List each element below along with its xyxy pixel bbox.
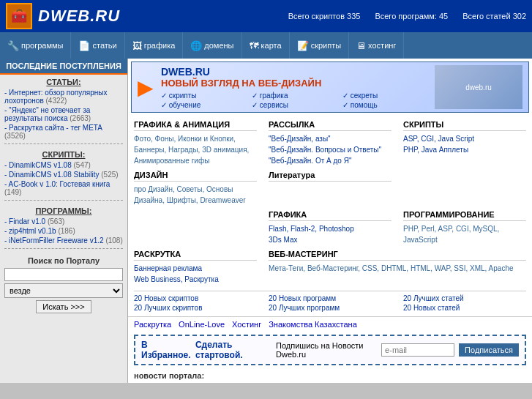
bottom-link-4[interactable]: Знакомства Казахстана [269, 320, 357, 329]
nav-bar: 🔧 программы 📄 статьи 🖼 графика 🌐 домены … [0, 32, 532, 59]
nav-domains[interactable]: 🌐 домены [183, 32, 241, 59]
section-webmaster: ВЕБ-МАСТЕРИНГ Мета-Теги, Веб-Мастеринг, … [269, 250, 526, 285]
seo-link-2[interactable]: Web Business, Раскрутка [134, 274, 257, 285]
banner-link-4: ✓ обучение [161, 101, 246, 109]
sidebar-section-scripts: СКРИПТЫ: [0, 147, 127, 160]
quick-links: 20 Новых скриптов 20 Новых программ 20 Л… [134, 291, 526, 312]
email-input[interactable] [381, 343, 454, 357]
sidebar-link-prog-1[interactable]: - Findar v1.0 (563) [0, 217, 127, 226]
top-header: 🧰 DWEB.RU Всего скриптов 335 Всего прогр… [0, 0, 532, 32]
divider-1 [4, 143, 123, 144]
section-empty-1 [403, 171, 526, 206]
portal-news-label: новости портала: [128, 368, 532, 383]
startpage-link[interactable]: Сделать стартовой. [195, 340, 276, 360]
sidebar-title: ПОСЛЕДНИЕ ПОСТУПЛЕНИЯ [0, 59, 127, 75]
map-icon: 🗺 [250, 40, 259, 51]
nav-scripts[interactable]: 📝 скрипты [290, 32, 349, 59]
quicklink-new-scripts[interactable]: 20 Новых скриптов [134, 294, 257, 302]
quicklink-best-programs[interactable]: 20 Лучших программ [269, 304, 391, 312]
content-body: ГРАФИКА & АНИМАЦИЯ Фото, Фоны, Иконки и … [128, 116, 532, 316]
banner-link-1: ✓ скрипты [161, 92, 246, 100]
articles-icon: 📄 [78, 40, 90, 51]
search-area: Поиск по Порталу везде скрипты статьи пр… [0, 252, 127, 318]
section-programming: ПРОГРАММИРОВАНИЕ PHP, Perl, ASP, CGI, My… [403, 210, 526, 245]
quicklink-best-scripts[interactable]: 20 Лучших скриптов [134, 304, 257, 312]
graphics-link-1[interactable]: Flash, Flash-2, Photoshop [269, 223, 391, 234]
domains-icon: 🌐 [190, 40, 202, 51]
sections-grid: ГРАФИКА & АНИМАЦИЯ Фото, Фоны, Иконки и … [134, 120, 526, 285]
section-graphics: ГРАФИКА Flash, Flash-2, Photoshop 3Ds Ma… [269, 210, 391, 245]
hosting-icon: 🖥 [356, 40, 366, 51]
banner-logo: DWEB.RU [161, 66, 427, 78]
section-seo: РАСКРУТКА Баннерная реклама Web Business… [134, 250, 257, 285]
nav-map[interactable]: 🗺 карта [242, 32, 290, 59]
quicklink-best-articles[interactable]: 20 Лучших статей [403, 294, 526, 302]
sidebar-link-script-3[interactable]: - AC-Book v 1.0: Гостевая книга (149) [0, 179, 127, 197]
scripts-icon: 📝 [297, 40, 309, 51]
sidebar-link-prog-2[interactable]: - zip4html v0.1b (186) [0, 226, 127, 236]
banner-link-2: ✓ графика [252, 92, 337, 100]
subscribe-label: Подпишись на Новости Dweb.ru [276, 341, 377, 359]
divider-3 [4, 248, 123, 249]
search-input[interactable] [4, 268, 123, 281]
sidebar-section-articles: СТАТЬИ: [0, 75, 127, 88]
stat-articles: Всего статей 302 [462, 12, 526, 20]
main-container: ПОСЛЕДНИЕ ПОСТУПЛЕНИЯ СТАТЬИ: - Интернет… [0, 59, 532, 383]
sidebar-link-article-2[interactable]: - "Яндекс" не отвечает за результаты пои… [0, 105, 127, 123]
banner-link-5: ✓ сервисы [252, 101, 337, 109]
action-bar: В Избранное. Сделать стартовой. Подпишис… [134, 335, 526, 365]
subscribe-area: Подпишись на Новости Dweb.ru Подписаться [276, 341, 519, 359]
stat-scripts: Всего скриптов 335 [288, 12, 361, 20]
quicklink-new-programs[interactable]: 20 Новых программ [269, 294, 391, 302]
nav-articles[interactable]: 📄 статьи [71, 32, 124, 59]
sidebar: ПОСЛЕДНИЕ ПОСТУПЛЕНИЯ СТАТЬИ: - Интернет… [0, 59, 128, 383]
search-button[interactable]: Искать >>> [36, 300, 91, 313]
sidebar-section-programs: ПРОГРАММЫ: [0, 204, 127, 217]
mailing-link-2[interactable]: "Веб-Дизайн. Вопросы и Ответы" [269, 144, 391, 155]
section-design: ДИЗАЙН про Дизайн, Советы, Основы Дизайн… [134, 171, 257, 206]
graphics-icon: 🖼 [132, 40, 142, 51]
section-scripts: СКРИПТЫ ASP, CGI, Java Script PHP, Java … [403, 120, 526, 166]
section-mailing: РАССЫЛКА "Веб-Дизайн, азы" "Веб-Дизайн. … [269, 120, 391, 166]
subscribe-button[interactable]: Подписаться [459, 343, 519, 357]
divider-2 [4, 200, 123, 201]
nav-programs[interactable]: 🔧 программы [0, 32, 71, 59]
programs-icon: 🔧 [7, 40, 19, 51]
bottom-links-bar: Раскрутка OnLine-Love Хостинг Знакомства… [128, 316, 532, 332]
search-select[interactable]: везде скрипты статьи программы графика [4, 283, 123, 298]
sidebar-link-script-1[interactable]: - DinamikCMS v1.08 (547) [0, 160, 127, 170]
sidebar-link-script-2[interactable]: - DinamikCMS v1.08 Stability (525) [0, 170, 127, 179]
scripts-link-2[interactable]: PHP, Java Апплеты [403, 144, 526, 155]
favorite-link[interactable]: В Избранное. [141, 340, 195, 360]
mailing-link-3[interactable]: "Веб-Дизайн. От А до Я" [269, 155, 391, 166]
banner-arrow-icon: ▶ [138, 75, 154, 100]
banner-link-3: ✓ секреты [342, 92, 427, 100]
mailing-link-1[interactable]: "Веб-Дизайн, азы" [269, 133, 391, 144]
banner-tagline: НОВЫЙ ВЗГЛЯД НА ВЕБ-ДИЗАЙН [161, 78, 427, 89]
section-literature: Литература [269, 171, 391, 206]
logo-text: DWEB.RU [38, 7, 120, 26]
bottom-link-2[interactable]: OnLine-Love [179, 320, 225, 329]
stat-programs: Всего программ: 45 [375, 12, 448, 20]
header-stats: Всего скриптов 335 Всего программ: 45 Вс… [288, 12, 526, 20]
banner-center: DWEB.RU НОВЫЙ ВЗГЛЯД НА ВЕБ-ДИЗАЙН ✓ скр… [154, 66, 435, 109]
seo-link-1[interactable]: Баннерная реклама [134, 263, 257, 274]
nav-graphics[interactable]: 🖼 графика [125, 32, 184, 59]
quicklink-new-articles[interactable]: 20 Новых статей [403, 304, 526, 312]
logo-icon: 🧰 [6, 3, 32, 29]
banner-link-6: ✓ помощь [342, 101, 427, 109]
nav-hosting[interactable]: 🖥 хостинг [349, 32, 404, 59]
sidebar-link-prog-3[interactable]: - iNetFormFiller Freeware v1.2 (108) [0, 236, 127, 245]
banner-image-placeholder: dweb.ru [435, 65, 522, 109]
content-area: ▶ DWEB.RU НОВЫЙ ВЗГЛЯД НА ВЕБ-ДИЗАЙН ✓ с… [128, 59, 532, 383]
section-empty-2 [134, 210, 257, 245]
bottom-link-3[interactable]: Хостинг [232, 320, 261, 329]
scripts-link-1[interactable]: ASP, CGI, Java Script [403, 133, 526, 144]
sidebar-link-article-1[interactable]: - Интернет: обзор популярных лохотронов … [0, 88, 127, 105]
logo-area: 🧰 DWEB.RU [6, 3, 120, 29]
banner-area: ▶ DWEB.RU НОВЫЙ ВЗГЛЯД НА ВЕБ-ДИЗАЙН ✓ с… [131, 61, 529, 113]
bottom-link-1[interactable]: Раскрутка [134, 320, 171, 329]
sidebar-link-article-3[interactable]: - Раскрутка сайта - тег META (3526) [0, 123, 127, 141]
search-title: Поиск по Порталу [4, 256, 123, 265]
graphics-link-2[interactable]: 3Ds Max [269, 234, 391, 245]
